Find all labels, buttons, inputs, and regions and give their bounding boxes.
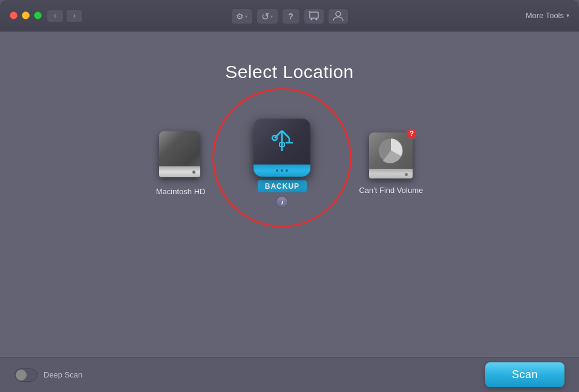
help-button[interactable]: ?: [282, 8, 300, 24]
cant-find-volume-label: Can't Find Volume: [359, 186, 423, 195]
svg-line-6: [282, 131, 289, 138]
bottom-bar: Deep Scan Scan: [0, 357, 579, 392]
svg-rect-0: [310, 12, 318, 18]
svg-point-2: [315, 18, 317, 20]
more-tools-label: More Tools: [526, 11, 564, 20]
backup-item[interactable]: BACKUP i: [254, 119, 310, 208]
back-button[interactable]: ‹: [47, 9, 64, 22]
forward-button[interactable]: ›: [66, 9, 83, 22]
history-button[interactable]: ↺ ▾: [257, 8, 278, 24]
settings-button[interactable]: ⚙ ▾: [231, 8, 253, 24]
help-icon: ?: [288, 11, 293, 21]
gear-icon: ⚙: [236, 11, 244, 21]
cant-find-body: [369, 132, 413, 178]
svg-line-5: [275, 131, 282, 138]
deep-scan-label: Deep Scan: [44, 370, 82, 379]
main-content: Select Location Macintosh HD: [0, 31, 579, 392]
svg-point-3: [336, 11, 341, 16]
drives-container: Macintosh HD: [156, 119, 423, 208]
usb-strip: [254, 165, 310, 177]
close-button[interactable]: [10, 11, 18, 19]
deep-scan-switch[interactable]: [15, 368, 38, 382]
more-tools-button[interactable]: More Tools ▾: [526, 11, 569, 20]
back-arrow-icon: ‹: [54, 11, 56, 20]
scan-button[interactable]: Scan: [485, 362, 564, 387]
hd-body: [159, 131, 200, 177]
svg-point-7: [272, 136, 277, 140]
deep-scan-toggle: Deep Scan: [15, 368, 82, 382]
history-icon: ↺: [261, 11, 269, 22]
minimize-button[interactable]: [22, 11, 30, 19]
question-badge: ?: [405, 128, 417, 140]
dropdown-arrow-icon: ▾: [245, 14, 247, 19]
pie-chart: [377, 137, 405, 165]
traffic-lights: [10, 11, 42, 19]
usb-drive-icon: [254, 119, 310, 177]
info-button[interactable]: i: [276, 196, 288, 208]
user-button[interactable]: [328, 8, 348, 24]
macintosh-hd-label: Macintosh HD: [156, 187, 206, 196]
page-title: Select Location: [225, 62, 354, 82]
macintosh-hd-item[interactable]: Macintosh HD: [156, 131, 206, 196]
macintosh-hd-icon: [159, 131, 203, 180]
dropdown-arrow2-icon: ▾: [270, 14, 273, 19]
cant-find-volume-item[interactable]: ? Can't Find Volume: [359, 132, 423, 195]
cant-find-dot: [405, 173, 408, 176]
forward-arrow-icon: ›: [73, 11, 76, 20]
toolbar: ⚙ ▾ ↺ ▾ ?: [231, 8, 348, 24]
usb-symbol-icon: [269, 128, 295, 160]
usb-drive-container: BACKUP i: [254, 119, 310, 208]
maximize-button[interactable]: [34, 11, 42, 19]
hd-dot: [192, 171, 195, 174]
cart-button[interactable]: [304, 8, 324, 24]
user-icon: [333, 10, 344, 23]
svg-point-1: [310, 18, 312, 20]
more-tools-arrow-icon: ▾: [566, 12, 569, 19]
titlebar: ‹ › ⚙ ▾ ↺ ▾ ?: [0, 0, 579, 31]
nav-arrows: ‹ ›: [47, 9, 83, 22]
backup-label-badge: BACKUP: [258, 180, 307, 192]
cart-icon: [309, 11, 319, 22]
toggle-knob: [16, 370, 27, 381]
cant-find-icon: ?: [369, 132, 413, 178]
